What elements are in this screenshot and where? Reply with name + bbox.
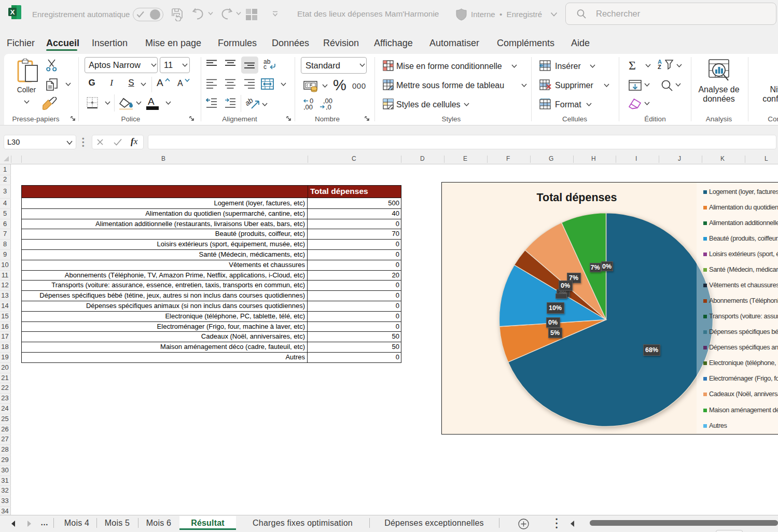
svg-text:X: X: [10, 8, 15, 16]
svg-text:,0: ,0: [326, 103, 331, 110]
svg-text:,00: ,00: [303, 103, 313, 110]
